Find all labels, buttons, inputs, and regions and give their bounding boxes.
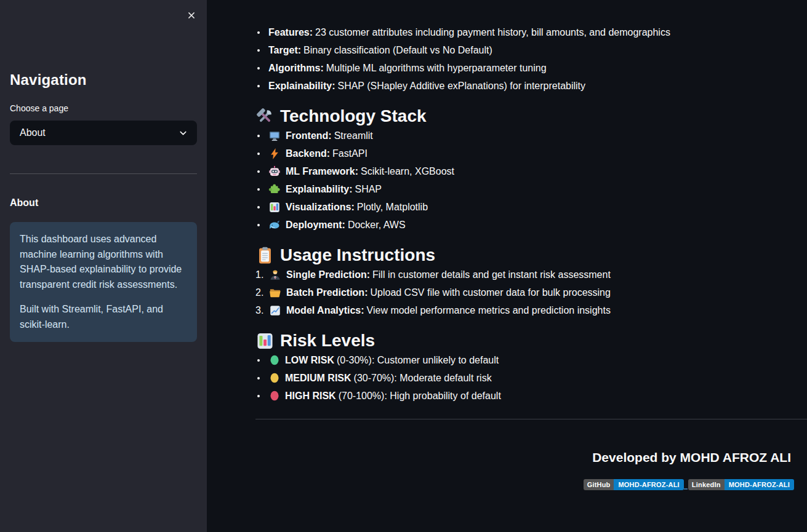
- item-text: (0-30%): Customer unlikely to default: [337, 355, 499, 366]
- hammer-wrench-icon: [255, 107, 275, 126]
- risk-levels-list: LOW RISK (0-30%): Customer unlikely to d…: [255, 351, 807, 405]
- item-text: View model performance metrics and predi…: [367, 305, 611, 316]
- sidebar-about-heading: About: [10, 197, 197, 208]
- list-item: Backend: FastAPI: [255, 145, 807, 162]
- item-label: MEDIUM RISK: [285, 373, 351, 384]
- item-text: Fill in customer details and get instant…: [372, 269, 611, 280]
- list-item: Explainability: SHAP (SHapley Additive e…: [255, 77, 807, 95]
- list-item: Deployment: Docker, AWS: [255, 216, 807, 234]
- intro-bullet-list: Features: 23 customer attributes includi…: [255, 23, 807, 95]
- red-circle-icon: [270, 390, 279, 402]
- list-item: Single Prediction: Fill in customer deta…: [255, 266, 807, 284]
- section-heading-usage-instructions: Usage Instructions: [255, 245, 807, 266]
- item-label: HIGH RISK: [285, 391, 336, 402]
- sidebar-close-button[interactable]: [184, 8, 199, 23]
- item-text: Upload CSV file with customer data for b…: [370, 287, 610, 298]
- item-text: SHAP: [355, 184, 382, 195]
- item-label: Explainability:: [286, 184, 352, 195]
- section-title: Usage Instructions: [280, 245, 435, 266]
- badge-label: GitHub: [584, 479, 614, 490]
- list-item: Model Analytics: View model performance …: [255, 301, 807, 319]
- yellow-circle-icon: [270, 372, 279, 384]
- about-info-box: This dashboard uses advanced machine lea…: [10, 222, 197, 342]
- item-text: FastAPI: [332, 148, 367, 159]
- list-item: Target: Binary classification (Default v…: [255, 41, 807, 59]
- github-badge[interactable]: GitHubMOHD-AFROZ-ALI: [584, 479, 684, 490]
- chart-increasing-icon: [269, 304, 281, 317]
- item-text: Streamlit: [334, 130, 373, 141]
- chevron-down-icon: [178, 128, 188, 138]
- list-item: ML Framework: Scikit-learn, XGBoost: [255, 162, 807, 180]
- page-select-label: Choose a page: [10, 103, 197, 114]
- page-select[interactable]: About: [10, 121, 197, 145]
- item-label: Single Prediction:: [286, 269, 370, 280]
- list-item: Explainability: SHAP: [255, 180, 807, 198]
- item-label: Deployment:: [286, 220, 345, 231]
- lightning-icon: [268, 148, 281, 160]
- robot-icon: [268, 165, 281, 178]
- section-heading-risk-levels: Risk Levels: [255, 330, 807, 351]
- item-text: 23 customer attributes including payment…: [315, 27, 670, 38]
- green-circle-icon: [270, 354, 279, 366]
- content-divider: [255, 419, 807, 419]
- list-item: Features: 23 customer attributes includi…: [255, 23, 807, 41]
- page-select-value: About: [20, 127, 46, 138]
- item-text: (30-70%): Moderate default risk: [354, 373, 492, 384]
- sidebar: Navigation Choose a page About About Thi…: [0, 0, 207, 532]
- footer-credit: Developed by MOHD AFROZ ALI: [255, 450, 807, 465]
- badge-value: MOHD-AFROZ-ALI: [725, 479, 794, 490]
- list-item: LOW RISK (0-30%): Customer unlikely to d…: [255, 351, 807, 369]
- item-label: ML Framework:: [286, 166, 358, 177]
- sidebar-title: Navigation: [10, 71, 197, 89]
- list-item: Algorithms: Multiple ML algorithms with …: [255, 59, 807, 77]
- bar-chart-icon: [255, 332, 275, 351]
- desktop-icon: [268, 130, 281, 142]
- item-label: Backend:: [286, 148, 330, 159]
- item-text: Scikit-learn, XGBoost: [361, 166, 454, 177]
- close-icon: [186, 10, 197, 21]
- section-title: Risk Levels: [280, 330, 375, 351]
- item-text: Docker, AWS: [348, 220, 406, 231]
- item-label: Target:: [268, 45, 301, 56]
- item-text: Plotly, Matplotlib: [357, 202, 428, 213]
- open-folder-icon: [269, 287, 281, 299]
- item-label: Model Analytics:: [286, 305, 364, 316]
- item-label: Features:: [268, 27, 313, 38]
- puzzle-icon: [268, 183, 281, 196]
- list-item: Frontend: Streamlit: [255, 127, 807, 145]
- section-heading-technology-stack: Technology Stack: [255, 106, 807, 127]
- info-paragraph: Built with Streamlit, FastAPI, and sciki…: [20, 302, 187, 332]
- badge-label: LinkedIn: [688, 479, 725, 490]
- tech-stack-list: Frontend: Streamlit Backend: FastAPI: [255, 127, 807, 234]
- item-text: Multiple ML algorithms with hyperparamet…: [326, 63, 547, 74]
- sidebar-divider: [10, 173, 197, 174]
- clipboard-icon: [255, 246, 275, 265]
- main-content: Features: 23 customer attributes includi…: [207, 0, 807, 532]
- item-text: (70-100%): High probability of default: [339, 391, 501, 402]
- usage-instructions-list: Single Prediction: Fill in customer deta…: [255, 266, 807, 319]
- item-label: LOW RISK: [285, 355, 334, 366]
- whale-icon: [268, 219, 281, 231]
- item-label: Explainability:: [268, 81, 335, 92]
- item-label: Batch Prediction:: [286, 287, 367, 298]
- bar-chart-icon: [268, 201, 281, 213]
- link-underline: [684, 479, 688, 490]
- office-worker-icon: [269, 269, 281, 281]
- list-item: Batch Prediction: Upload CSV file with c…: [255, 284, 807, 301]
- list-item: HIGH RISK (70-100%): High probability of…: [255, 387, 807, 405]
- footer-badge-row: GitHubMOHD-AFROZ-ALI LinkedInMOHD-AFROZ-…: [255, 479, 807, 490]
- item-label: Frontend:: [286, 130, 332, 141]
- linkedin-badge[interactable]: LinkedInMOHD-AFROZ-ALI: [688, 479, 794, 490]
- list-item: MEDIUM RISK (30-70%): Moderate default r…: [255, 369, 807, 387]
- info-paragraph: This dashboard uses advanced machine lea…: [20, 232, 187, 292]
- list-item: Visualizations: Plotly, Matplotlib: [255, 198, 807, 216]
- item-label: Visualizations:: [286, 202, 355, 213]
- item-label: Algorithms:: [268, 63, 324, 74]
- badge-value: MOHD-AFROZ-ALI: [614, 479, 683, 490]
- item-text: Binary classification (Default vs No Def…: [303, 45, 492, 56]
- item-text: SHAP (SHapley Additive exPlanations) for…: [337, 81, 585, 92]
- section-title: Technology Stack: [280, 106, 427, 127]
